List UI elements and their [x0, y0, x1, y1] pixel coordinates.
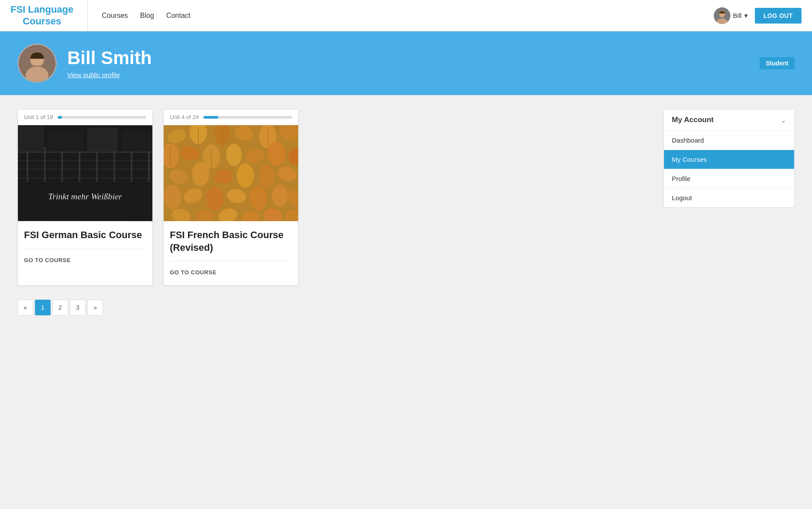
- page-prev-button[interactable]: «: [17, 300, 33, 315]
- card-body-german: FSI German Basic Course GO TO COURSE: [18, 221, 152, 273]
- progress-bg-french: [203, 116, 292, 119]
- svg-rect-13: [27, 147, 28, 181]
- page-3-button[interactable]: 3: [70, 300, 86, 315]
- svg-rect-14: [44, 147, 46, 181]
- user-name-label: Bill: [733, 12, 742, 19]
- course-card-german: Unit 1 of 19: [17, 109, 153, 286]
- sidebar-title: My Account: [672, 116, 714, 124]
- nav-links: Courses Blog Contact: [102, 12, 713, 20]
- sidebar-item-logout[interactable]: Logout: [664, 188, 794, 207]
- card-header-german: Unit 1 of 19: [18, 109, 152, 125]
- svg-point-51: [272, 184, 288, 207]
- sidebar: My Account ⌄ Dashboard My Courses Profil…: [664, 109, 795, 503]
- sidebar-widget: My Account ⌄ Dashboard My Courses Profil…: [664, 109, 795, 208]
- card-header-french: Unit 4 of 24: [164, 109, 298, 125]
- nav-contact[interactable]: Contact: [166, 12, 190, 20]
- svg-text:Trinkt mehr Weißbier: Trinkt mehr Weißbier: [48, 191, 122, 201]
- card-divider-german: [24, 249, 146, 249]
- sidebar-header[interactable]: My Account ⌄: [664, 109, 794, 131]
- card-divider-french: [170, 261, 292, 261]
- student-badge: Student: [760, 57, 795, 69]
- go-to-course-german[interactable]: GO TO COURSE: [24, 255, 71, 265]
- courses-grid: Unit 1 of 19: [17, 109, 650, 286]
- hero-avatar: [17, 44, 57, 83]
- progress-fill-french: [203, 116, 219, 119]
- svg-rect-17: [96, 147, 98, 181]
- page-next-button[interactable]: »: [87, 300, 103, 315]
- dropdown-arrow-icon: ▾: [744, 12, 748, 20]
- svg-point-48: [206, 186, 224, 211]
- nav-courses[interactable]: Courses: [102, 12, 128, 20]
- unit-text-german: Unit 1 of 19: [24, 114, 53, 120]
- hero-info: Bill Smith View public profile: [67, 48, 795, 79]
- svg-point-36: [226, 143, 242, 166]
- avatar: [714, 7, 730, 24]
- svg-point-41: [192, 162, 210, 186]
- unit-text-french: Unit 4 of 24: [170, 114, 199, 120]
- svg-rect-18: [114, 147, 115, 181]
- svg-rect-15: [61, 147, 63, 181]
- pagination: « 1 2 3 »: [17, 300, 650, 315]
- svg-point-38: [268, 141, 285, 166]
- hero-banner: Bill Smith View public profile Student: [0, 31, 812, 95]
- user-menu-button[interactable]: Bill ▾: [714, 7, 748, 24]
- card-title-german: FSI German Basic Course: [24, 229, 146, 242]
- svg-rect-23: [87, 128, 118, 152]
- card-title-french: FSI French Basic Course (Revised): [170, 229, 292, 254]
- svg-point-43: [237, 163, 254, 188]
- svg-rect-20: [148, 147, 150, 181]
- page-2-button[interactable]: 2: [52, 300, 68, 315]
- navbar: FSI LanguageCourses Courses Blog Contact…: [0, 0, 812, 31]
- svg-rect-16: [79, 147, 80, 181]
- brand[interactable]: FSI LanguageCourses: [10, 0, 88, 31]
- svg-rect-24: [122, 132, 152, 152]
- svg-rect-19: [131, 147, 132, 181]
- svg-point-44: [259, 165, 275, 188]
- courses-area: Unit 1 of 19: [17, 109, 650, 503]
- course-card-french: Unit 4 of 24: [163, 109, 299, 286]
- card-body-french: FSI French Basic Course (Revised) GO TO …: [164, 221, 298, 285]
- progress-fill-german: [58, 116, 62, 119]
- sidebar-item-profile[interactable]: Profile: [664, 169, 794, 188]
- logout-button[interactable]: LOG OUT: [755, 8, 802, 24]
- svg-rect-21: [18, 126, 44, 152]
- svg-rect-22: [48, 130, 83, 152]
- sidebar-item-dashboard[interactable]: Dashboard: [664, 131, 794, 150]
- nav-blog[interactable]: Blog: [140, 12, 154, 20]
- view-public-profile-link[interactable]: View public profile: [67, 71, 120, 79]
- hero-username: Bill Smith: [67, 48, 795, 68]
- brand-text: FSI LanguageCourses: [10, 4, 73, 27]
- course-image-french: [164, 125, 298, 221]
- sidebar-item-my-courses[interactable]: My Courses: [664, 150, 794, 169]
- progress-bg-german: [58, 116, 147, 119]
- main-content: Unit 1 of 19: [0, 95, 812, 509]
- chevron-down-icon: ⌄: [781, 116, 786, 124]
- svg-point-50: [250, 186, 267, 211]
- page-1-button[interactable]: 1: [35, 300, 51, 315]
- nav-right: Bill ▾ LOG OUT: [714, 7, 802, 24]
- svg-point-46: [164, 185, 181, 209]
- go-to-course-french[interactable]: GO TO COURSE: [170, 267, 217, 277]
- course-image-german: Trinkt mehr Weißbier: [18, 125, 152, 221]
